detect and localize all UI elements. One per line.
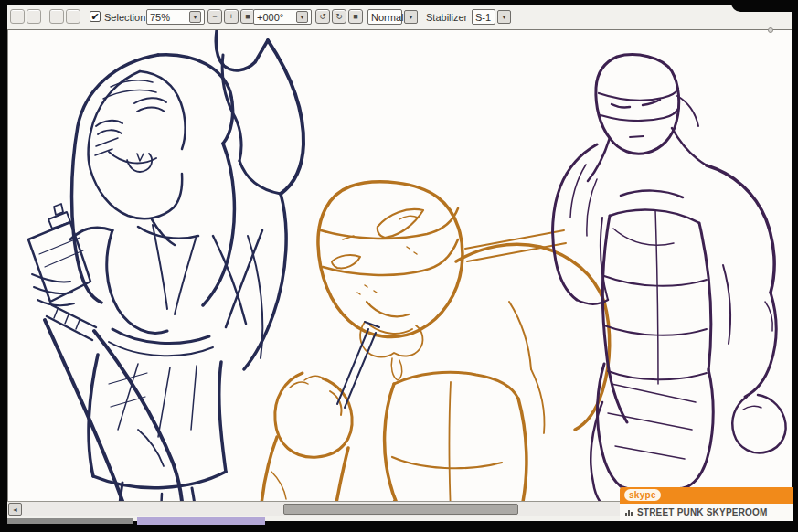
skype-logo: skype xyxy=(624,489,661,501)
drawing-canvas[interactable] xyxy=(7,30,792,501)
app-toolbar: ✔ Selection 75% ▼ − + ■ +000° ▼ ↺ ↻ ■ No… xyxy=(7,5,792,30)
rotation-combo[interactable]: +000° ▼ xyxy=(253,9,312,25)
letterbox-corner-blob xyxy=(731,0,798,12)
turtle-brushing-teeth-sketch xyxy=(260,182,610,501)
blend-mode-dropdown-button[interactable]: ▼ xyxy=(404,10,418,24)
blend-mode-combo[interactable]: Normal xyxy=(367,9,402,25)
stabilizer-dropdown-button[interactable]: ▼ xyxy=(497,10,511,24)
turtle-with-towel-sketch xyxy=(553,55,786,501)
chevron-down-icon[interactable]: ▼ xyxy=(189,11,201,23)
zoom-out-button[interactable]: − xyxy=(207,9,222,24)
skype-overlay[interactable]: skype STREET PUNK SKYPEROOM xyxy=(620,487,793,521)
canvas-edge-nub xyxy=(768,27,773,33)
nav-button-1[interactable] xyxy=(10,9,25,24)
zoom-in-button[interactable]: + xyxy=(224,9,239,24)
blend-mode-value: Normal xyxy=(371,12,403,23)
scroll-left-button[interactable]: ◄ xyxy=(8,503,22,516)
bottom-strip-gray xyxy=(7,518,133,524)
rotate-cw-button[interactable]: ↻ xyxy=(332,9,346,24)
selection-label: Selection xyxy=(104,12,145,23)
stabilizer-combo[interactable]: S-1 xyxy=(472,9,495,25)
scrollbar-thumb[interactable] xyxy=(283,504,518,515)
nav-button-2[interactable] xyxy=(27,9,41,24)
chevron-down-icon[interactable]: ▼ xyxy=(296,11,308,23)
stabilizer-label: Stabilizer xyxy=(426,12,467,23)
zoom-value: 75% xyxy=(150,12,187,23)
nav-button-4[interactable] xyxy=(66,9,80,24)
skype-titlebar[interactable]: skype xyxy=(620,487,793,504)
skype-room-row[interactable]: STREET PUNK SKYPEROOM xyxy=(620,504,793,521)
zoom-combo[interactable]: 75% ▼ xyxy=(146,9,205,25)
stabilizer-value: S-1 xyxy=(475,12,492,23)
group-call-icon xyxy=(625,510,633,516)
paint-app-window: ✔ Selection 75% ▼ − + ■ +000° ▼ ↺ ↻ ■ No… xyxy=(7,5,792,521)
rotate-reset-button[interactable]: ■ xyxy=(348,9,363,24)
nav-button-3[interactable] xyxy=(49,9,64,24)
skype-room-name: STREET PUNK SKYPEROOM xyxy=(637,507,768,517)
bottom-strip-purple xyxy=(137,517,265,525)
rotate-ccw-button[interactable]: ↺ xyxy=(315,9,330,24)
selection-checkbox[interactable]: ✔ xyxy=(90,11,101,22)
hooded-woman-sketch xyxy=(28,31,303,501)
screen: ✔ Selection 75% ▼ − + ■ +000° ▼ ↺ ↻ ■ No… xyxy=(0,0,798,532)
rotation-value: +000° xyxy=(257,12,294,23)
